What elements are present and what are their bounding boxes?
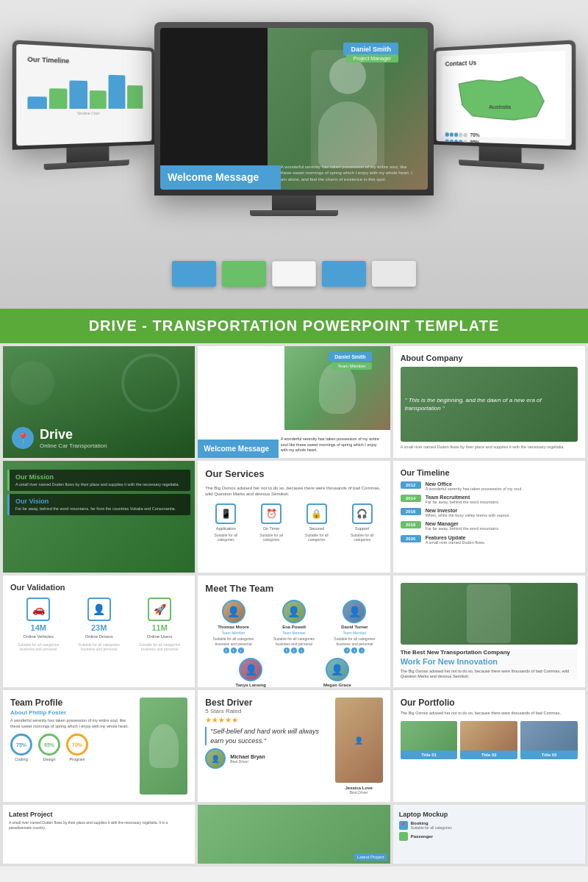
- timeline-desc-4: Far far away, behind the word mountains.: [426, 526, 578, 531]
- monitor-left: Our Timeline Timeline Chart: [12, 40, 155, 172]
- david-fb-icon[interactable]: f: [344, 648, 350, 653]
- slides-row-5: Latest Project A small river named Duden…: [0, 805, 588, 867]
- timeline-entry-2: 2014 Team Recruitment Far far away, behi…: [401, 495, 578, 505]
- application-icon: 📱: [215, 503, 236, 524]
- member-ena-role: Team Member: [282, 631, 306, 635]
- laptop-mockup-title: Laptop Mockup: [399, 811, 579, 818]
- david-tw-icon[interactable]: t: [351, 648, 357, 653]
- portfolio-label-3: Title 03: [520, 750, 578, 759]
- member-david-avatar: 👤: [343, 600, 366, 623]
- member-david: 👤 David Turner Team Member Suitable for …: [326, 600, 382, 653]
- innovation-text: The Big Oxmox advised her not to do so, …: [401, 669, 578, 680]
- slide-latest-image: Latest Project: [198, 805, 390, 864]
- best-driver-title: Best Driver: [205, 698, 329, 708]
- team-members-row2: 👤 Tanya Lansing Team Member Suitable for…: [205, 658, 382, 687]
- member-tanya: 👤 Tanya Lansing Team Member Suitable for…: [211, 658, 290, 687]
- michael-title: Best Driver: [230, 759, 265, 764]
- portfolio-img-2: [460, 721, 517, 750]
- innovation-subtitle: The Best New Transportation Company: [401, 649, 578, 656]
- mission-text: A small river named Duden flows by their…: [15, 482, 184, 487]
- slide-laptop-mockup-partial: Laptop Mockup 📍 Booking Suitable for all…: [393, 805, 585, 864]
- hero-thumb-3: [272, 261, 316, 287]
- services-icons-row: 📱 Application Suitable for all categorie…: [205, 503, 382, 542]
- laptop-items-partial: 📍 Booking Suitable for all categories Pa…: [399, 821, 579, 841]
- timeline-year-4: 2018: [401, 521, 421, 528]
- jessica-title: Best Driver: [335, 790, 383, 795]
- about-company-title: About Company: [401, 354, 578, 362]
- david-ig-icon[interactable]: i: [359, 648, 365, 653]
- validation-title: Our Validation: [10, 583, 187, 592]
- latest-project-text: A small river named Duden flows by their…: [9, 820, 189, 831]
- portfolio-title: Our Portfolio: [401, 698, 578, 708]
- welcome2-text: A wonderful serenity has taken possessio…: [281, 437, 384, 453]
- member-tanya-avatar: 👤: [239, 658, 262, 681]
- timeline-entries: 2012 New Office A wonderful serenity has…: [401, 481, 578, 545]
- timeline-year-2: 2014: [401, 495, 421, 502]
- support-icon: 🎧: [352, 503, 373, 524]
- member-megan-avatar: 👤: [326, 658, 349, 681]
- hero-thumb-2: [222, 261, 266, 287]
- monitor-right: Contact Us Australia: [433, 40, 576, 172]
- service-timer: ⏰ On Timer Suitable for all categories: [251, 503, 292, 542]
- portfolio-item-1: Title 01: [401, 721, 458, 759]
- secured-icon: 🔒: [306, 503, 327, 524]
- ena-tw-icon[interactable]: t: [291, 648, 297, 653]
- member-david-social: f t i: [344, 648, 365, 653]
- design-label: Design: [43, 757, 55, 761]
- drive-subtitle: Online Car Transportation: [40, 442, 107, 449]
- drive-title: Drive: [40, 427, 107, 442]
- service-timer-label: On Timer: [263, 526, 280, 531]
- michael-avatar: 👤: [205, 748, 226, 769]
- ena-fb-icon[interactable]: f: [284, 648, 290, 653]
- meet-team-title: Meet The Team: [205, 583, 382, 594]
- jessica-area: 👤 Jessica Love Best Driver: [335, 698, 383, 795]
- driver-quote: "Self-belief and hard work will always e…: [205, 727, 329, 745]
- slides-grid: 📍 Drive Online Car Transportation Daniel…: [0, 343, 588, 461]
- booking-desc: Suitable for all categories: [411, 825, 452, 830]
- mission-title: Our Mission: [15, 473, 184, 481]
- skill-circles: 75% Coding 85% Design 70% Program: [10, 734, 134, 761]
- portfolio-img-3: [520, 721, 578, 750]
- ena-ig-icon[interactable]: i: [298, 648, 304, 653]
- member-thomas-avatar: 👤: [222, 600, 245, 623]
- vision-title: Our Vision: [15, 498, 184, 505]
- skill-program: 70% Program: [66, 734, 88, 761]
- portfolio-img-1: [401, 721, 458, 750]
- driver-michael: 👤 Michael Bryan Best Driver: [205, 748, 329, 769]
- slide-innovation: The Best New Transportation Company Work…: [393, 576, 585, 687]
- thomas-tw-icon[interactable]: t: [231, 648, 237, 653]
- welcome2-role-badge: Team Member: [331, 362, 371, 370]
- timeline-title-3: New Investor: [426, 508, 578, 513]
- passenger-icon: [399, 832, 408, 841]
- hero-thumb-5: [372, 261, 416, 287]
- drive-location-icon: 📍: [12, 427, 34, 449]
- team-profile-content: Team Profile About Phillip Foster A wond…: [10, 698, 134, 795]
- welcome-box: Welcome Message: [160, 165, 281, 190]
- timeline-entry-1: 2012 New Office A wonderful serenity has…: [401, 481, 578, 492]
- thomas-fb-icon[interactable]: f: [223, 648, 229, 653]
- stat-other-label: Online Users: [147, 634, 173, 640]
- team-members-row1: 👤 Thomas Moore Team Member Suitable for …: [205, 600, 382, 653]
- slide-mission-vision: Our Mission A small river named Duden fl…: [3, 461, 195, 573]
- member-thomas-social: f t i: [223, 648, 244, 653]
- member-thomas-role: Team Member: [222, 631, 245, 635]
- member-david-name: David Turner: [341, 625, 368, 629]
- timeline-title-4: New Manager: [426, 521, 578, 526]
- design-circle: 85%: [38, 734, 60, 756]
- validation-stats: 🚗 14M Online Vehicles Suitable for all c…: [10, 598, 187, 652]
- innovation-title: Work For New Innovation: [401, 657, 578, 666]
- slides-row-2: Our Mission A small river named Duden fl…: [0, 461, 588, 576]
- hero-thumb-1: [172, 261, 216, 287]
- slide-best-driver: Best Driver 5 Stars Rated ★★★★★ "Self-be…: [198, 690, 390, 802]
- skill-coding: 75% Coding: [10, 734, 32, 761]
- slide-our-timeline: Our Timeline 2012 New Office A wonderful…: [393, 461, 585, 573]
- slide-validation: Our Validation 🚗 14M Online Vehicles Sui…: [3, 576, 195, 687]
- program-circle: 70%: [66, 734, 88, 756]
- thomas-ig-icon[interactable]: i: [238, 648, 244, 653]
- member-thomas-name: Thomas Moore: [218, 625, 249, 629]
- laptop-item-passenger: Passenger: [399, 832, 579, 841]
- stat-other-number: 11M: [151, 623, 167, 632]
- stat-other: 🚀 11M Online Users Suitable for all cate…: [139, 598, 180, 652]
- member-tanya-name: Tanya Lansing: [235, 683, 266, 687]
- timeline-desc-3: When, while the busy valley teems with v…: [426, 513, 578, 518]
